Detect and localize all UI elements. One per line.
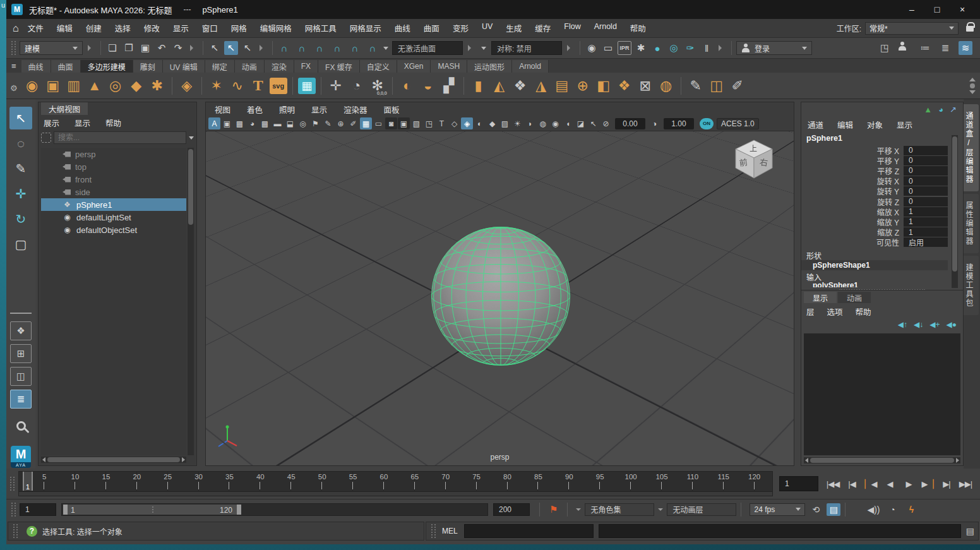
bookmark-icon[interactable]: ⚑: [549, 504, 558, 515]
outliner-item-psphere1[interactable]: ❖ pSphere1: [41, 198, 186, 211]
shelf-tab[interactable]: 曲面: [51, 60, 81, 73]
layer-list[interactable]: [804, 333, 960, 455]
tab-channel-box-layer-editor[interactable]: 通道盒/层编辑器: [964, 104, 979, 191]
timeline-tick[interactable]: 40: [260, 472, 260, 491]
previous-key-button[interactable]: ▏◀: [863, 476, 879, 491]
polygon-cylinder-button[interactable]: ▥: [64, 76, 83, 96]
menu-item[interactable]: 创建: [86, 22, 102, 34]
menu-item[interactable]: 缓存: [535, 22, 551, 34]
drag-grip[interactable]: [10, 477, 15, 491]
tab-display-layers[interactable]: 显示: [804, 292, 837, 303]
range-slider-track[interactable]: 1 120: [61, 503, 488, 516]
new-empty-layer-icon[interactable]: ◀+: [929, 320, 940, 329]
crease-tool-button[interactable]: ✎: [686, 76, 705, 96]
timeline-tick[interactable]: 100: [630, 472, 631, 491]
layer-move-up-icon[interactable]: ◀↑: [898, 320, 907, 329]
menu-item[interactable]: 修改: [144, 22, 160, 34]
timeline-tick[interactable]: 60: [383, 472, 384, 491]
gate-mask-icon[interactable]: ▣: [398, 117, 410, 129]
channel-value-field[interactable]: 0: [904, 176, 948, 186]
range-end-handle[interactable]: [237, 505, 241, 515]
gamma-field[interactable]: 1.00: [664, 118, 694, 129]
channel-value-field[interactable]: 1: [904, 207, 948, 217]
maya-logo[interactable]: M AYA: [11, 446, 31, 468]
timeline-tick[interactable]: 80: [507, 472, 508, 491]
shelf-scroll[interactable]: [967, 78, 977, 94]
lattice-button[interactable]: ⊠: [636, 76, 655, 96]
ipr-render-button[interactable]: IPR: [618, 41, 631, 55]
boolean-union-button[interactable]: ◐: [398, 76, 417, 96]
timeline-tick[interactable]: 70: [445, 472, 446, 491]
separate-button[interactable]: ▞: [439, 76, 458, 96]
set-time-button[interactable]: ◔: [347, 76, 366, 96]
minimize-button[interactable]: –: [899, 0, 924, 19]
shelf-tab[interactable]: FX: [294, 60, 318, 73]
maximize-button[interactable]: □: [924, 0, 950, 19]
fps-dropdown[interactable]: 24 fps: [750, 503, 805, 516]
single-pane-layout-button[interactable]: ❖: [10, 321, 32, 340]
outliner-menu-item[interactable]: 帮助: [105, 117, 121, 129]
shelf-tab[interactable]: 曲线: [21, 60, 51, 73]
play-forwards-button[interactable]: ▶: [900, 476, 917, 491]
collapse-arrow-icon[interactable]: [260, 45, 263, 51]
lasso-tool-button[interactable]: ◌: [9, 132, 32, 155]
login-dropdown[interactable]: 登录: [736, 41, 812, 55]
scroll-right-icon[interactable]: [956, 458, 959, 463]
live-surface-field[interactable]: 无激活曲面: [392, 41, 463, 55]
menu-item[interactable]: 编辑网格: [260, 22, 292, 34]
tab-attribute-editor[interactable]: 属性编辑器: [964, 194, 979, 253]
scroll-down-icon[interactable]: [969, 90, 976, 94]
outliner-item-side[interactable]: side: [41, 186, 186, 198]
new-scene-button[interactable]: ❏: [105, 41, 119, 55]
outliner-item-defaultobjectset[interactable]: ◉ defaultObjectSet: [41, 224, 186, 236]
collapse-arrow-icon[interactable]: [719, 45, 722, 51]
new-layer-from-selection-icon[interactable]: ◀●: [947, 320, 957, 329]
helix-button[interactable]: ∿: [228, 76, 247, 96]
outliner-vscrollbar[interactable]: [188, 148, 194, 455]
shelf-tab[interactable]: 渲染: [265, 60, 294, 73]
collapse-arrow-icon[interactable]: [190, 45, 193, 51]
layer-stack-icon[interactable]: ≋: [959, 41, 972, 55]
shelf-menu-icon[interactable]: ≡: [11, 61, 16, 71]
chevron-down-icon[interactable]: [189, 136, 194, 140]
go-to-end-button[interactable]: ▶▶|: [957, 476, 974, 491]
polygon-cube-button[interactable]: ▣: [44, 76, 63, 96]
timeline-tick[interactable]: 50: [321, 472, 322, 491]
drag-grip[interactable]: [431, 524, 436, 538]
snap-to-view-plane-button[interactable]: ∩: [348, 41, 362, 55]
range-grip[interactable]: [152, 506, 153, 513]
polygon-disc-button[interactable]: ✱: [148, 76, 167, 96]
shelf-tab[interactable]: 多边形建模: [81, 60, 133, 73]
outliner-tab[interactable]: 大纲视图: [41, 102, 88, 115]
shelf-tab[interactable]: 雕刻: [133, 60, 163, 73]
step-forward-frame-button[interactable]: ▶|: [938, 476, 955, 491]
input-node-name[interactable]: polySphere1: [813, 281, 858, 287]
camera-attributes-icon[interactable]: ◎: [297, 117, 309, 129]
timeline-tick[interactable]: 110: [692, 472, 693, 491]
playback-range[interactable]: 1 120: [63, 505, 241, 515]
shelf-tab[interactable]: XGen: [397, 60, 431, 73]
open-scene-button[interactable]: ❐: [122, 41, 136, 55]
dof-icon[interactable]: ◖: [562, 117, 574, 129]
chevron-down-icon[interactable]: [481, 47, 486, 50]
menu-set-dropdown[interactable]: 建模: [20, 41, 83, 55]
colorspace-label[interactable]: ACES 1.0: [717, 118, 759, 129]
menu-item[interactable]: 选择: [115, 22, 131, 34]
chevron-down-icon[interactable]: [383, 47, 388, 50]
shelf-tab[interactable]: 绑定: [205, 60, 235, 73]
anim-layer-dropdown[interactable]: 无动画层: [667, 503, 736, 516]
wireframe-icon[interactable]: ◇: [448, 117, 460, 129]
exposure-icon[interactable]: ⊘: [600, 117, 612, 129]
channel-value-field[interactable]: 0: [904, 166, 948, 176]
timeline-tick[interactable]: 75: [476, 472, 477, 491]
svg-tool-button[interactable]: svg: [270, 78, 287, 94]
save-scene-button[interactable]: ▣: [138, 41, 152, 55]
hypergraph-icon[interactable]: ▲: [924, 105, 932, 114]
timeline-tick[interactable]: 15: [105, 472, 106, 491]
workspace-dropdown[interactable]: 常规*: [865, 22, 959, 35]
bridge-button[interactable]: ❖: [511, 76, 530, 96]
channel-box-menu-item[interactable]: 通道: [808, 119, 823, 131]
ui-elements-icon[interactable]: ▣: [221, 117, 233, 129]
search-input[interactable]: [54, 131, 186, 144]
snap-to-curve-button[interactable]: ∩: [295, 41, 309, 55]
